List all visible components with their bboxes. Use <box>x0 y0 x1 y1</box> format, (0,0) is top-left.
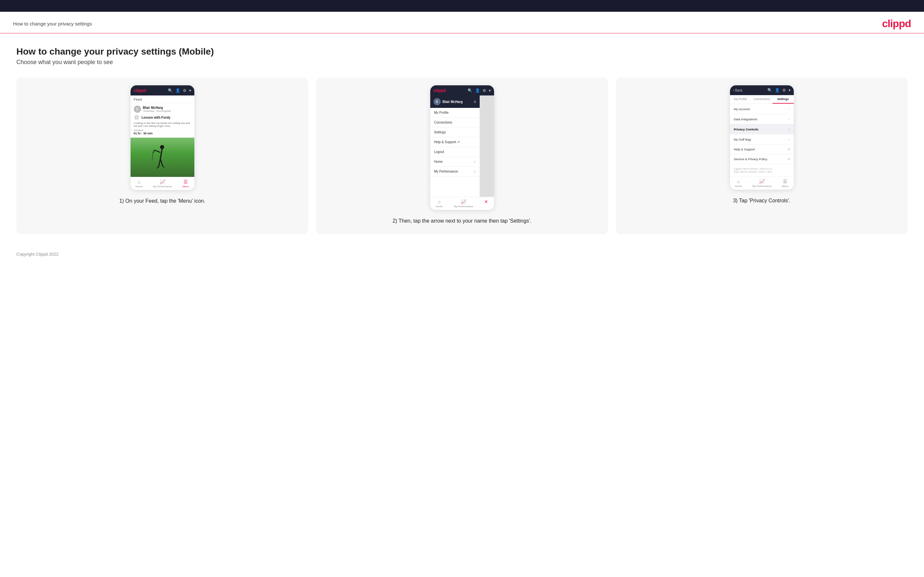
header-title: How to change your privacy settings <box>13 21 92 26</box>
settings-icon-2: ⚙ <box>483 88 486 93</box>
step-2-description: 2) Then, tap the arrow next to your name… <box>393 217 532 225</box>
phone-2-bg-right <box>480 95 494 197</box>
copyright-text: Copyright Clippd 2022 <box>16 252 58 256</box>
phone-3-nav-perf-label: My Performance <box>752 185 772 188</box>
steps-row: clippd 🔍 👤 ⚙ ▾ Feed B Blair McHarg <box>16 77 908 234</box>
svg-line-5 <box>159 159 160 167</box>
settings-helpsupport-label: Help & Support <box>734 147 755 151</box>
phone-1-username: Blair McHarg <box>143 106 171 110</box>
phone-2-menu-user-row: B Blair McHarg ∧ <box>430 95 480 108</box>
header: How to change your privacy settings clip… <box>0 12 924 33</box>
svg-line-3 <box>153 150 155 153</box>
step-3-description: 3) Tap 'Privacy Controls'. <box>733 197 790 205</box>
settings-item-myaccount[interactable]: My Account › <box>730 104 794 114</box>
home-icon-2: ⌂ <box>438 199 440 204</box>
home-icon: ⌂ <box>138 179 141 184</box>
phone-1-nav-menu: ☰ Menu <box>183 179 189 188</box>
phone-1-nav-home-label: Home <box>136 185 142 188</box>
menu-item-myprofile: My Profile <box>430 108 480 118</box>
logo-d: d <box>905 18 911 29</box>
menu-item-helpsupport: Help & Support ↗ <box>430 137 480 147</box>
step-3-phone: ‹ Back 🔍 👤 ⚙ ▾ My Profile Connections Se… <box>730 85 794 190</box>
phone-1-nav-performance: 📈 My Performance <box>153 179 172 188</box>
person-icon-3: 👤 <box>775 88 780 92</box>
phone-3-nav-menu: ☰ Menu <box>782 179 788 188</box>
chart-icon-2: 📈 <box>461 199 466 204</box>
menu-icon: ☰ <box>184 179 188 184</box>
phone-3-bottom-nav: ⌂ Home 📈 My Performance ☰ Menu <box>730 177 794 190</box>
settings-item-privacycontrols[interactable]: Privacy Controls › <box>730 124 794 134</box>
phone-3-back-bar: ‹ Back 🔍 👤 ⚙ ▾ <box>730 85 794 95</box>
step-2-phone: clippd 🔍 👤 ⚙ ▾ B <box>430 85 494 210</box>
step-1-description: 1) On your Feed, tap the 'Menu' icon. <box>119 197 205 205</box>
svg-line-1 <box>160 149 162 159</box>
phone-1-lesson-name: Lesson with Fordy <box>142 116 170 119</box>
settings-item-dataintegrations[interactable]: Data Integrations › <box>730 114 794 124</box>
person-icon-2: 👤 <box>475 88 480 93</box>
phone-2-body: B Blair McHarg ∧ My Profile Connections … <box>430 95 494 197</box>
settings-dataintegrations-label: Data Integrations <box>734 118 758 121</box>
step-1-phone: clippd 🔍 👤 ⚙ ▾ Feed B Blair McHarg <box>131 85 194 190</box>
external-link-icon-1: ↗ <box>787 147 790 151</box>
phone-1-feed-user: B Blair McHarg Yesterday · Sunningdale <box>134 106 191 113</box>
dropdown-icon-2: ▾ <box>489 88 491 93</box>
svg-line-8 <box>163 166 164 168</box>
menu-section-performance: My Performance ∨ <box>430 167 480 177</box>
logo-text: clipp <box>882 18 905 29</box>
phone-1-feed-label: Feed <box>131 95 194 103</box>
phone-3-settings-tabs: My Profile Connections Settings <box>730 95 794 104</box>
search-icon-2: 🔍 <box>468 88 472 93</box>
version-line2: GQL Server Version: 2022.7.30-1 <box>734 170 790 173</box>
close-icon: ✕ <box>484 199 488 204</box>
settings-item-helpsupport[interactable]: Help & Support ↗ <box>730 145 794 154</box>
phone-2-nav-performance: 📈 My Performance <box>454 199 473 208</box>
phone-1-duration-val: 01 hr : 30 min <box>134 132 191 135</box>
phone-2-menu-username: Blair McHarg <box>443 100 463 104</box>
chevron-right-icon-3: › <box>788 127 790 131</box>
phone-3-nav-menu-label: Menu <box>782 185 788 188</box>
top-bar <box>0 0 924 12</box>
phone-2-nav-home: ⌂ Home <box>436 199 443 208</box>
settings-mygolfbag-label: My Golf Bag <box>734 138 751 141</box>
phone-1-lesson-icon: 📋 <box>134 114 140 120</box>
menu-icon-3: ☰ <box>783 179 787 184</box>
phone-1-feed-item: B Blair McHarg Yesterday · Sunningdale 📋… <box>131 103 194 138</box>
menu-item-settings: Settings <box>430 127 480 137</box>
golfer-silhouette-icon <box>150 144 170 174</box>
phone-1-nav-menu-label: Menu <box>183 185 189 188</box>
back-button: ‹ Back <box>733 89 743 92</box>
svg-line-7 <box>157 167 158 168</box>
chevron-right-icon-2: › <box>788 117 790 121</box>
svg-line-2 <box>154 150 160 152</box>
step-2-card: clippd 🔍 👤 ⚙ ▾ B <box>316 77 608 234</box>
settings-serviceprivacy-label: Service & Privacy Policy <box>734 157 767 161</box>
chevron-down-icon-home: ∨ <box>473 160 476 163</box>
tab-settings[interactable]: Settings <box>772 95 794 104</box>
phone-1-avatar: B <box>134 106 141 113</box>
dropdown-icon: ▾ <box>189 88 191 93</box>
search-icon: 🔍 <box>168 88 173 93</box>
page-subheading: Choose what you want people to see <box>16 59 908 66</box>
phone-1-nav-icons: 🔍 👤 ⚙ ▾ <box>168 88 191 93</box>
settings-item-mygolfbag[interactable]: My Golf Bag › <box>730 134 794 145</box>
menu-item-logout: Logout <box>430 147 480 157</box>
settings-icon: ⚙ <box>183 88 186 93</box>
dropdown-icon-3: ▾ <box>788 88 790 92</box>
person-icon: 👤 <box>175 88 180 93</box>
phone-2-bottom-nav: ⌂ Home 📈 My Performance ✕ <box>430 197 494 210</box>
menu-section-home: Home ∨ <box>430 157 480 167</box>
tab-connections[interactable]: Connections <box>751 95 772 104</box>
footer: Copyright Clippd 2022 <box>0 244 924 264</box>
phone-2-avatar: B <box>433 98 441 105</box>
menu-section-perf-label: My Performance <box>434 170 458 173</box>
chart-icon: 📈 <box>160 179 165 184</box>
phone-3-nav-home: ⌂ Home <box>735 179 742 188</box>
search-icon-3: 🔍 <box>767 88 772 92</box>
back-label: Back <box>735 89 742 92</box>
phone-2-nav-home-label: Home <box>436 205 443 208</box>
phone-1-logo: clippd <box>134 88 146 93</box>
menu-item-connections: Connections <box>430 118 480 127</box>
phone-2-nav-icons: 🔍 👤 ⚙ ▾ <box>468 88 491 93</box>
tab-myprofile[interactable]: My Profile <box>730 95 751 104</box>
settings-item-serviceprivacy[interactable]: Service & Privacy Policy ↗ <box>730 154 794 164</box>
